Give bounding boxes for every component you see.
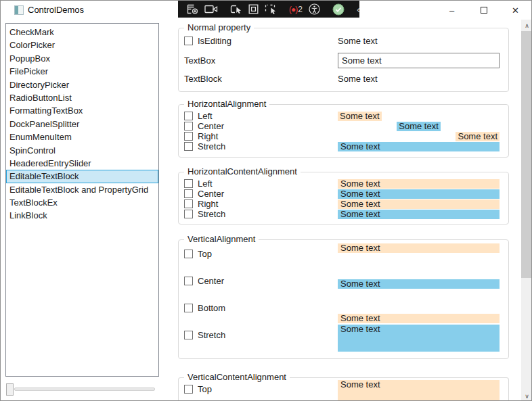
valign-center-checkbox[interactable] bbox=[184, 277, 193, 285]
demo-bar-bottom: Some text bbox=[338, 314, 500, 323]
group-vertical-alignment: VerticalAlignment Top Some text Center S… bbox=[178, 239, 509, 359]
list-item-enummenuitem[interactable]: EnumMenuItem bbox=[6, 131, 158, 143]
list-item-popupbox[interactable]: PopupBox bbox=[6, 52, 158, 65]
list-item-editabletextblock-propertygrid[interactable]: EditableTextBlock and PropertyGrid bbox=[6, 183, 158, 196]
valign-top-label: Top bbox=[198, 249, 212, 259]
vertical-scrollbar[interactable]: ∧ ∨ bbox=[521, 20, 532, 401]
hcalign-stretch-checkbox[interactable] bbox=[184, 210, 193, 218]
valign-stretch-label: Stretch bbox=[198, 330, 225, 340]
pointer-frame-icon[interactable] bbox=[230, 1, 242, 18]
list-item-editabletextblock-selected[interactable]: EditableTextBlock bbox=[6, 170, 158, 183]
list-item-checkmark[interactable]: CheckMark bbox=[6, 26, 158, 39]
vcalign-top-label: Top bbox=[198, 384, 212, 394]
demo-listbox: CheckMark ColorPicker PopupBox FilePicke… bbox=[5, 23, 159, 377]
check-circle-icon[interactable] bbox=[332, 1, 345, 18]
list-item-filepicker[interactable]: FilePicker bbox=[6, 65, 158, 78]
halign-center-label: Center bbox=[198, 121, 224, 131]
scroll-up-icon[interactable]: ∧ bbox=[521, 20, 532, 31]
list-item-formattingtextbox[interactable]: FormattingTextBox bbox=[6, 104, 158, 117]
demo-bar-left: Some text bbox=[338, 112, 382, 121]
group-title: Normal property bbox=[184, 22, 254, 32]
vcalign-top-checkbox[interactable] bbox=[184, 385, 193, 394]
group-title: VerticalAlignment bbox=[184, 234, 259, 244]
close-icon: ✕ bbox=[512, 5, 519, 16]
valign-center-label: Center bbox=[198, 276, 224, 286]
list-item-textblockex[interactable]: TextBlockEx bbox=[6, 196, 158, 209]
scroll-down-icon[interactable]: ∨ bbox=[521, 390, 532, 401]
maximize-button[interactable] bbox=[468, 1, 500, 20]
list-item-directorypicker[interactable]: DirectoryPicker bbox=[6, 78, 158, 91]
hcalign-right-checkbox[interactable] bbox=[184, 199, 193, 208]
halign-stretch-label: Stretch bbox=[198, 141, 225, 151]
demo-bar: Some text bbox=[338, 189, 500, 199]
app-window: ControlDemos – ✕ bbox=[0, 0, 532, 401]
minimize-button[interactable]: – bbox=[436, 1, 468, 20]
halign-center-checkbox[interactable] bbox=[184, 122, 193, 131]
window-pointer-icon[interactable] bbox=[265, 1, 277, 18]
hcalign-stretch-label: Stretch bbox=[198, 209, 225, 219]
isediting-checkbox[interactable] bbox=[184, 37, 193, 45]
demo-bar: Some text bbox=[338, 210, 500, 219]
demo-text: Some text bbox=[338, 74, 378, 84]
scrollbar-thumb[interactable] bbox=[521, 31, 532, 278]
window-title: ControlDemos bbox=[28, 5, 84, 15]
textbox-label: TextBox bbox=[184, 55, 215, 66]
demo-bar-top: Some text bbox=[338, 380, 500, 401]
demo-bar: Some text bbox=[338, 199, 500, 209]
demo-bar-center: Some text bbox=[397, 122, 441, 131]
isediting-label: IsEditing bbox=[198, 36, 231, 46]
hcalign-left-label: Left bbox=[198, 179, 213, 189]
hcalign-left-checkbox[interactable] bbox=[184, 179, 193, 188]
group-normal-property: Normal property IsEditing Some text Text… bbox=[178, 28, 509, 92]
maximize-icon bbox=[481, 7, 487, 14]
list-item-radiobuttonlist[interactable]: RadioButtonList bbox=[6, 91, 158, 104]
minimize-icon: – bbox=[449, 5, 454, 16]
valign-top-checkbox[interactable] bbox=[184, 250, 193, 258]
textblock-label: TextBlock bbox=[184, 74, 222, 84]
list-item-linkblock[interactable]: LinkBlock bbox=[6, 209, 158, 222]
demo-text: Some text bbox=[338, 36, 378, 46]
collapse-chevron-icon[interactable]: ‹ bbox=[357, 1, 360, 18]
demo-bar-center: Some text bbox=[338, 279, 500, 289]
demo-textbox-input[interactable] bbox=[338, 53, 500, 68]
valign-bottom-label: Bottom bbox=[198, 303, 225, 313]
region-icon[interactable] bbox=[248, 1, 259, 18]
group-title: HorizontalAlignment bbox=[184, 99, 269, 109]
hcalign-right-label: Right bbox=[198, 199, 218, 209]
hcalign-center-checkbox[interactable] bbox=[184, 189, 193, 198]
group-title: HorizontalContentAlignment bbox=[184, 166, 301, 176]
capture-toolbar: (●)2 ‹ bbox=[178, 1, 359, 18]
close-button[interactable]: ✕ bbox=[500, 1, 531, 20]
list-item-colorpicker[interactable]: ColorPicker bbox=[6, 39, 158, 51]
group-vertical-content-alignment: VerticalContentAlignment Top Some text bbox=[178, 377, 509, 401]
demo-bar-stretch: Some text bbox=[338, 325, 500, 352]
valign-stretch-checkbox[interactable] bbox=[184, 331, 193, 339]
demo-bar-stretch: Some text bbox=[338, 142, 500, 151]
slider-track[interactable] bbox=[14, 387, 155, 391]
hcalign-center-label: Center bbox=[198, 189, 224, 199]
record-indicator-icon[interactable]: (●)2 bbox=[289, 1, 303, 18]
group-horizontal-content-alignment: HorizontalContentAlignment Left Some tex… bbox=[178, 172, 509, 225]
group-horizontal-alignment: HorizontalAlignment Left Some text Cente… bbox=[178, 104, 509, 158]
record-count: 2 bbox=[298, 5, 303, 14]
app-icon bbox=[14, 5, 24, 15]
list-item-dockpanelsplitter[interactable]: DockPanelSplitter bbox=[6, 118, 158, 131]
demo-bar-top: Some text bbox=[338, 243, 500, 253]
demo-bar: Some text bbox=[338, 179, 500, 189]
camera-icon[interactable] bbox=[204, 1, 218, 18]
valign-bottom-checkbox[interactable] bbox=[184, 304, 193, 312]
group-title: VerticalContentAlignment bbox=[184, 372, 290, 382]
halign-right-checkbox[interactable] bbox=[184, 132, 193, 141]
demo-bar-right: Some text bbox=[456, 132, 500, 141]
capture-settings-icon[interactable] bbox=[187, 1, 198, 18]
list-item-spincontrol[interactable]: SpinControl bbox=[6, 144, 158, 157]
list-item-headeredentryslider[interactable]: HeaderedEntrySlider bbox=[6, 157, 158, 170]
slider-thumb[interactable] bbox=[6, 383, 14, 396]
halign-right-label: Right bbox=[198, 131, 218, 141]
halign-stretch-checkbox[interactable] bbox=[184, 142, 193, 151]
halign-left-label: Left bbox=[198, 111, 213, 121]
accessibility-icon[interactable] bbox=[309, 1, 320, 18]
halign-left-checkbox[interactable] bbox=[184, 112, 193, 120]
